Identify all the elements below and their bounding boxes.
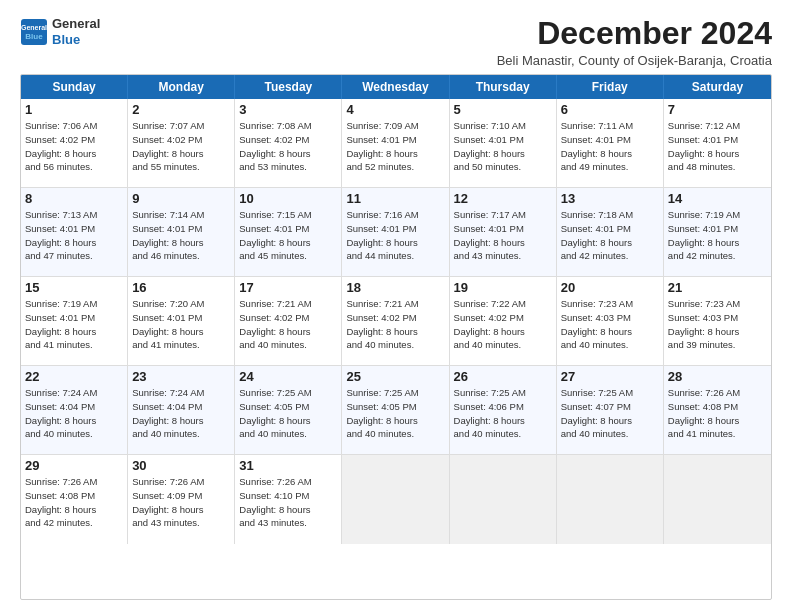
calendar-cell: 19Sunrise: 7:22 AMSunset: 4:02 PMDayligh…	[450, 277, 557, 365]
calendar-header: SundayMondayTuesdayWednesdayThursdayFrid…	[21, 75, 771, 99]
day-info: Sunrise: 7:24 AMSunset: 4:04 PMDaylight:…	[132, 386, 230, 441]
day-number: 7	[668, 102, 767, 117]
day-info: Sunrise: 7:25 AMSunset: 4:07 PMDaylight:…	[561, 386, 659, 441]
calendar-cell: 2Sunrise: 7:07 AMSunset: 4:02 PMDaylight…	[128, 99, 235, 187]
calendar-cell: 12Sunrise: 7:17 AMSunset: 4:01 PMDayligh…	[450, 188, 557, 276]
day-number: 5	[454, 102, 552, 117]
day-number: 31	[239, 458, 337, 473]
day-info: Sunrise: 7:14 AMSunset: 4:01 PMDaylight:…	[132, 208, 230, 263]
day-info: Sunrise: 7:07 AMSunset: 4:02 PMDaylight:…	[132, 119, 230, 174]
day-info: Sunrise: 7:09 AMSunset: 4:01 PMDaylight:…	[346, 119, 444, 174]
day-info: Sunrise: 7:20 AMSunset: 4:01 PMDaylight:…	[132, 297, 230, 352]
calendar-cell: 29Sunrise: 7:26 AMSunset: 4:08 PMDayligh…	[21, 455, 128, 544]
calendar-cell: 1Sunrise: 7:06 AMSunset: 4:02 PMDaylight…	[21, 99, 128, 187]
day-number: 11	[346, 191, 444, 206]
day-info: Sunrise: 7:21 AMSunset: 4:02 PMDaylight:…	[346, 297, 444, 352]
calendar-cell: 17Sunrise: 7:21 AMSunset: 4:02 PMDayligh…	[235, 277, 342, 365]
calendar-cell: 14Sunrise: 7:19 AMSunset: 4:01 PMDayligh…	[664, 188, 771, 276]
calendar-row-5: 29Sunrise: 7:26 AMSunset: 4:08 PMDayligh…	[21, 455, 771, 544]
day-info: Sunrise: 7:26 AMSunset: 4:08 PMDaylight:…	[668, 386, 767, 441]
calendar-cell: 21Sunrise: 7:23 AMSunset: 4:03 PMDayligh…	[664, 277, 771, 365]
calendar-cell: 11Sunrise: 7:16 AMSunset: 4:01 PMDayligh…	[342, 188, 449, 276]
calendar-cell: 23Sunrise: 7:24 AMSunset: 4:04 PMDayligh…	[128, 366, 235, 454]
day-info: Sunrise: 7:26 AMSunset: 4:10 PMDaylight:…	[239, 475, 337, 530]
day-info: Sunrise: 7:17 AMSunset: 4:01 PMDaylight:…	[454, 208, 552, 263]
logo-blue: Blue	[52, 32, 80, 47]
day-number: 17	[239, 280, 337, 295]
weekday-header-saturday: Saturday	[664, 75, 771, 99]
day-number: 21	[668, 280, 767, 295]
calendar-cell: 3Sunrise: 7:08 AMSunset: 4:02 PMDaylight…	[235, 99, 342, 187]
weekday-header-sunday: Sunday	[21, 75, 128, 99]
day-info: Sunrise: 7:13 AMSunset: 4:01 PMDaylight:…	[25, 208, 123, 263]
day-number: 28	[668, 369, 767, 384]
day-number: 16	[132, 280, 230, 295]
day-info: Sunrise: 7:25 AMSunset: 4:05 PMDaylight:…	[239, 386, 337, 441]
day-info: Sunrise: 7:23 AMSunset: 4:03 PMDaylight:…	[668, 297, 767, 352]
logo-text: General Blue	[52, 16, 100, 47]
calendar-cell: 8Sunrise: 7:13 AMSunset: 4:01 PMDaylight…	[21, 188, 128, 276]
weekday-header-friday: Friday	[557, 75, 664, 99]
calendar-cell: 30Sunrise: 7:26 AMSunset: 4:09 PMDayligh…	[128, 455, 235, 544]
svg-text:General: General	[21, 24, 47, 31]
calendar-cell: 9Sunrise: 7:14 AMSunset: 4:01 PMDaylight…	[128, 188, 235, 276]
calendar-cell	[664, 455, 771, 544]
calendar-cell: 24Sunrise: 7:25 AMSunset: 4:05 PMDayligh…	[235, 366, 342, 454]
day-number: 1	[25, 102, 123, 117]
day-info: Sunrise: 7:21 AMSunset: 4:02 PMDaylight:…	[239, 297, 337, 352]
svg-text:Blue: Blue	[25, 32, 43, 41]
day-info: Sunrise: 7:19 AMSunset: 4:01 PMDaylight:…	[668, 208, 767, 263]
day-info: Sunrise: 7:26 AMSunset: 4:08 PMDaylight:…	[25, 475, 123, 530]
day-info: Sunrise: 7:18 AMSunset: 4:01 PMDaylight:…	[561, 208, 659, 263]
weekday-header-wednesday: Wednesday	[342, 75, 449, 99]
calendar-cell: 6Sunrise: 7:11 AMSunset: 4:01 PMDaylight…	[557, 99, 664, 187]
subtitle: Beli Manastir, County of Osijek-Baranja,…	[497, 53, 772, 68]
day-info: Sunrise: 7:12 AMSunset: 4:01 PMDaylight:…	[668, 119, 767, 174]
calendar-cell: 15Sunrise: 7:19 AMSunset: 4:01 PMDayligh…	[21, 277, 128, 365]
calendar: SundayMondayTuesdayWednesdayThursdayFrid…	[20, 74, 772, 600]
page: General Blue General Blue December 2024 …	[0, 0, 792, 612]
day-number: 14	[668, 191, 767, 206]
calendar-cell: 10Sunrise: 7:15 AMSunset: 4:01 PMDayligh…	[235, 188, 342, 276]
day-info: Sunrise: 7:10 AMSunset: 4:01 PMDaylight:…	[454, 119, 552, 174]
calendar-cell: 26Sunrise: 7:25 AMSunset: 4:06 PMDayligh…	[450, 366, 557, 454]
weekday-header-monday: Monday	[128, 75, 235, 99]
day-number: 22	[25, 369, 123, 384]
calendar-body: 1Sunrise: 7:06 AMSunset: 4:02 PMDaylight…	[21, 99, 771, 544]
logo-general: General	[52, 16, 100, 31]
day-number: 25	[346, 369, 444, 384]
day-number: 10	[239, 191, 337, 206]
day-number: 8	[25, 191, 123, 206]
calendar-cell	[557, 455, 664, 544]
day-number: 3	[239, 102, 337, 117]
month-title: December 2024	[497, 16, 772, 51]
logo-icon: General Blue	[20, 18, 48, 46]
day-info: Sunrise: 7:25 AMSunset: 4:05 PMDaylight:…	[346, 386, 444, 441]
calendar-row-3: 15Sunrise: 7:19 AMSunset: 4:01 PMDayligh…	[21, 277, 771, 366]
calendar-cell: 16Sunrise: 7:20 AMSunset: 4:01 PMDayligh…	[128, 277, 235, 365]
calendar-cell: 25Sunrise: 7:25 AMSunset: 4:05 PMDayligh…	[342, 366, 449, 454]
day-number: 24	[239, 369, 337, 384]
day-number: 13	[561, 191, 659, 206]
day-info: Sunrise: 7:24 AMSunset: 4:04 PMDaylight:…	[25, 386, 123, 441]
calendar-cell: 22Sunrise: 7:24 AMSunset: 4:04 PMDayligh…	[21, 366, 128, 454]
day-info: Sunrise: 7:23 AMSunset: 4:03 PMDaylight:…	[561, 297, 659, 352]
calendar-cell: 27Sunrise: 7:25 AMSunset: 4:07 PMDayligh…	[557, 366, 664, 454]
day-number: 12	[454, 191, 552, 206]
day-info: Sunrise: 7:19 AMSunset: 4:01 PMDaylight:…	[25, 297, 123, 352]
calendar-cell: 5Sunrise: 7:10 AMSunset: 4:01 PMDaylight…	[450, 99, 557, 187]
day-info: Sunrise: 7:06 AMSunset: 4:02 PMDaylight:…	[25, 119, 123, 174]
day-number: 19	[454, 280, 552, 295]
day-info: Sunrise: 7:26 AMSunset: 4:09 PMDaylight:…	[132, 475, 230, 530]
calendar-cell	[450, 455, 557, 544]
calendar-cell	[342, 455, 449, 544]
day-number: 23	[132, 369, 230, 384]
day-number: 9	[132, 191, 230, 206]
calendar-row-2: 8Sunrise: 7:13 AMSunset: 4:01 PMDaylight…	[21, 188, 771, 277]
day-number: 18	[346, 280, 444, 295]
title-block: December 2024 Beli Manastir, County of O…	[497, 16, 772, 68]
day-info: Sunrise: 7:22 AMSunset: 4:02 PMDaylight:…	[454, 297, 552, 352]
logo: General Blue General Blue	[20, 16, 100, 47]
day-number: 6	[561, 102, 659, 117]
calendar-cell: 28Sunrise: 7:26 AMSunset: 4:08 PMDayligh…	[664, 366, 771, 454]
